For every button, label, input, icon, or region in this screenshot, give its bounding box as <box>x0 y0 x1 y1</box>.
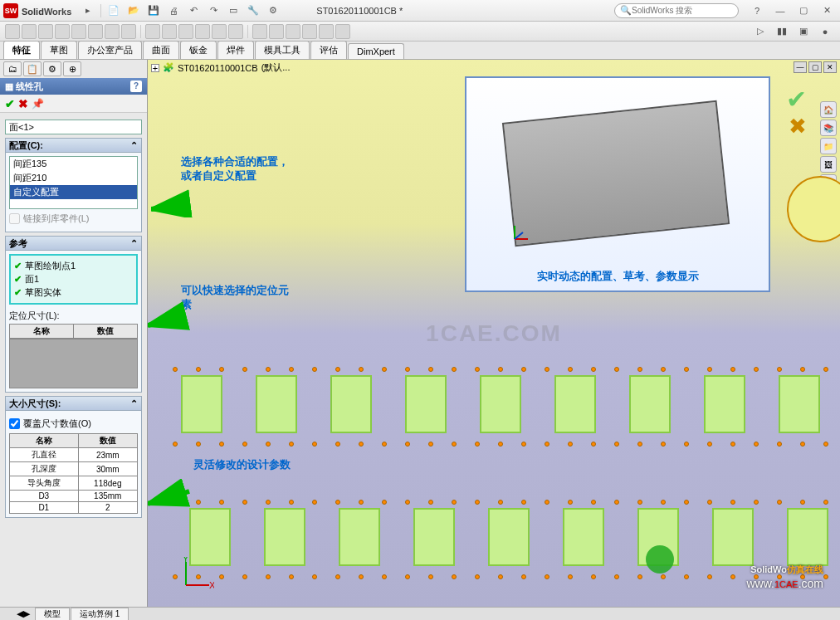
graphics-area[interactable]: — ▢ ✕ + 🧩 ST01620110001CB (默认... 🏠 📚 📁 🖼… <box>148 60 840 607</box>
dropdown-icon[interactable]: ▸ <box>79 2 97 19</box>
toolbar-button[interactable] <box>286 24 300 39</box>
hole-marker <box>754 500 759 505</box>
undo-icon[interactable]: ↶ <box>184 2 203 19</box>
toolbar-button[interactable] <box>319 24 334 39</box>
dimxpert-tab-icon[interactable]: ⊕ <box>63 61 81 76</box>
feature-tree-tab-icon[interactable]: 🗂 <box>3 61 22 76</box>
toolbar-button[interactable] <box>335 24 350 39</box>
search-box[interactable]: 🔍 <box>614 3 739 18</box>
redo-icon[interactable]: ↷ <box>204 2 222 19</box>
close-icon[interactable]: ✕ <box>818 2 836 19</box>
toolbar-button[interactable] <box>38 24 53 39</box>
options-icon[interactable]: ⚙ <box>264 2 282 19</box>
reference-item[interactable]: ✔面1 <box>14 273 133 286</box>
toolbar-button[interactable] <box>88 24 103 39</box>
command-tab[interactable]: 草图 <box>41 41 77 59</box>
size-table-row[interactable]: 孔深度30mm <box>10 462 138 476</box>
hole-marker <box>521 574 526 579</box>
config-list-item[interactable]: 间距135 <box>10 157 137 171</box>
toolbar-button[interactable] <box>228 24 243 39</box>
rebuild-icon[interactable]: 🔧 <box>244 2 262 19</box>
annotation-2: 可以快速选择的定位元素 <box>181 284 289 312</box>
command-tab[interactable]: 曲面 <box>143 41 179 59</box>
command-tab[interactable]: 焊件 <box>217 41 254 59</box>
toolbar-button[interactable] <box>302 24 317 39</box>
reference-list[interactable]: ✔草图绘制点1✔面1✔草图实体 <box>9 254 138 305</box>
config-list-item[interactable]: 自定义配置 <box>10 185 137 199</box>
toolbar-button[interactable] <box>162 24 177 39</box>
save-icon[interactable]: 💾 <box>144 2 163 19</box>
view-triad-icon[interactable]: Y X <box>181 557 214 590</box>
toolbar-button[interactable] <box>195 24 210 39</box>
toolbar-button[interactable] <box>269 24 284 39</box>
confirm-cancel-icon[interactable]: ✖ <box>789 114 807 139</box>
toolbar-button[interactable] <box>121 24 136 39</box>
command-tab[interactable]: 特征 <box>3 41 40 59</box>
hole-marker <box>684 442 689 447</box>
open-icon[interactable]: 📂 <box>125 2 143 19</box>
rect-feature <box>563 508 604 566</box>
toolbar-button[interactable] <box>212 24 227 39</box>
stop-icon[interactable]: ▣ <box>794 23 813 40</box>
toolbar-button[interactable] <box>71 24 86 39</box>
hole-marker <box>568 500 573 505</box>
toolbar-button[interactable] <box>178 24 193 39</box>
help-icon[interactable]: ? <box>748 2 766 19</box>
preview-window[interactable]: 实时动态的配置、草考、参数显示 <box>465 76 770 292</box>
hole-marker <box>219 367 224 372</box>
reference-item[interactable]: ✔草图绘制点1 <box>14 260 133 272</box>
confirm-ok-icon[interactable]: ✔ <box>786 85 807 114</box>
size-table-row[interactable]: D3135mm <box>10 491 138 502</box>
bottom-tab[interactable]: 模型 <box>35 608 70 621</box>
search-input[interactable] <box>632 6 733 15</box>
size-table[interactable]: 名称数值 孔直径23mm孔深度30mm导头角度118degD3135mmD12 <box>9 433 138 514</box>
size-table-row[interactable]: 孔直径23mm <box>10 448 138 462</box>
help-button[interactable]: ? <box>130 81 142 92</box>
hole-marker <box>289 500 294 505</box>
config-list-item[interactable]: 间距210 <box>10 171 137 185</box>
override-values-checkbox[interactable] <box>9 418 20 429</box>
toolbar-button[interactable] <box>5 24 20 39</box>
toolbar-button[interactable] <box>145 24 160 39</box>
command-tab[interactable]: 模具工具 <box>255 41 310 59</box>
size-table-row[interactable]: 导头角度118deg <box>10 476 138 491</box>
new-icon[interactable]: 📄 <box>105 2 123 19</box>
toolbar-button[interactable] <box>55 24 70 39</box>
size-table-row[interactable]: D12 <box>10 502 138 514</box>
section-header-ref[interactable]: 参考 ⌃ <box>5 236 142 251</box>
hole-marker <box>614 367 619 372</box>
section-header-config[interactable]: 配置(C): ⌃ <box>5 138 142 153</box>
minimize-icon[interactable]: — <box>771 2 789 19</box>
command-tab[interactable]: DimXpert <box>348 43 404 59</box>
select-icon[interactable]: ▭ <box>224 2 242 19</box>
command-tab[interactable]: 办公室产品 <box>78 41 142 59</box>
tab-nav-icon[interactable]: ◀▶ <box>17 608 30 619</box>
play-icon[interactable]: ▷ <box>751 23 769 40</box>
ok-button[interactable]: ✔ <box>5 97 15 110</box>
maximize-icon[interactable]: ▢ <box>794 2 813 19</box>
hole-marker <box>196 500 201 505</box>
print-icon[interactable]: 🖨 <box>164 2 183 19</box>
config-listbox[interactable]: 间距135间距210自定义配置 <box>9 156 138 209</box>
command-tab[interactable]: 钣金 <box>180 41 217 59</box>
hole-marker <box>289 367 294 372</box>
link-library-checkbox <box>9 213 20 224</box>
section-header-size[interactable]: 大小尺寸(S): ⌃ <box>5 396 142 411</box>
pause-icon[interactable]: ▮▮ <box>773 23 791 40</box>
reference-item[interactable]: ✔草图实体 <box>14 286 133 299</box>
toolbar-button[interactable] <box>252 24 267 39</box>
config-tab-icon[interactable]: ⚙ <box>43 61 61 76</box>
property-tab-icon[interactable]: 📋 <box>23 61 42 76</box>
face-selection-field[interactable] <box>5 120 142 134</box>
cancel-button[interactable]: ✖ <box>18 97 28 110</box>
record-icon[interactable]: ● <box>816 23 834 40</box>
hole-marker <box>545 367 549 372</box>
pin-button[interactable]: 📌 <box>32 98 44 110</box>
toolbar-button[interactable] <box>105 24 120 39</box>
svg-text:Y: Y <box>183 557 189 564</box>
toolbar-button[interactable] <box>22 24 37 39</box>
hole-marker <box>335 500 340 505</box>
hole-marker <box>521 367 526 372</box>
command-tab[interactable]: 评估 <box>310 41 347 59</box>
bottom-tab[interactable]: 运动算例 1 <box>71 608 129 621</box>
